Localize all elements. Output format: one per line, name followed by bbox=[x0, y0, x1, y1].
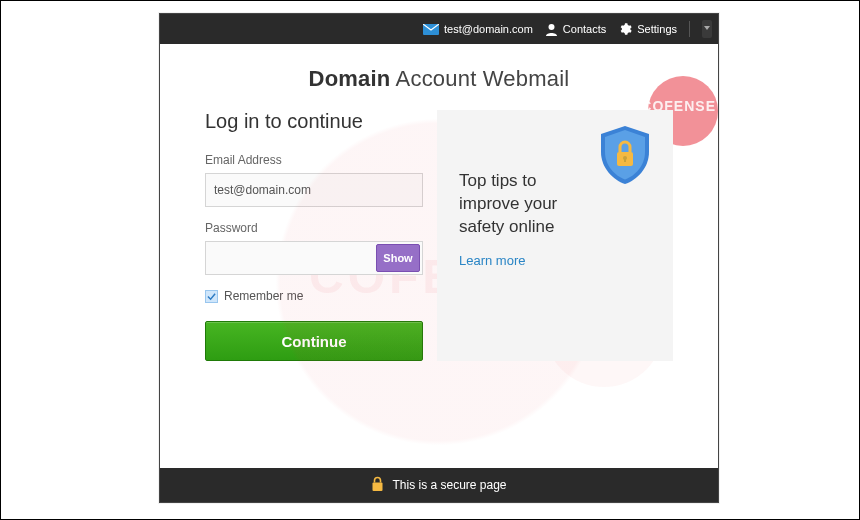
page-frame: COFENSE test@domain.com Contacts Setting… bbox=[0, 0, 860, 520]
contacts-icon bbox=[545, 23, 558, 36]
login-heading: Log in to continue bbox=[205, 110, 423, 133]
topbar: test@domain.com Contacts Settings bbox=[160, 14, 718, 44]
topbar-contacts-text: Contacts bbox=[563, 23, 606, 35]
learn-more-link[interactable]: Learn more bbox=[459, 253, 525, 268]
topbar-settings[interactable]: Settings bbox=[618, 22, 677, 36]
topbar-separator bbox=[689, 21, 690, 37]
gear-icon bbox=[618, 22, 632, 36]
remember-me[interactable]: Remember me bbox=[205, 289, 423, 303]
app-window: COFENSE test@domain.com Contacts Setting… bbox=[159, 13, 719, 503]
page-title: Domain Account Webmail bbox=[160, 66, 718, 92]
shield-icon bbox=[597, 124, 653, 190]
topbar-email[interactable]: test@domain.com bbox=[423, 23, 533, 35]
svg-rect-4 bbox=[624, 158, 626, 162]
lock-icon bbox=[371, 476, 384, 495]
tips-panel: Top tips to improve your safety online L… bbox=[437, 110, 673, 361]
page-title-rest: Account Webmail bbox=[396, 66, 570, 91]
login-panel: Log in to continue Email Address Passwor… bbox=[205, 110, 423, 361]
topbar-email-text: test@domain.com bbox=[444, 23, 533, 35]
svg-point-1 bbox=[548, 24, 554, 30]
remember-me-label: Remember me bbox=[224, 289, 303, 303]
footer: This is a secure page bbox=[160, 468, 718, 502]
show-password-button[interactable]: Show bbox=[376, 244, 420, 272]
password-label: Password bbox=[205, 221, 423, 235]
email-group: Email Address bbox=[205, 153, 423, 207]
email-label: Email Address bbox=[205, 153, 423, 167]
page-title-bold: Domain bbox=[309, 66, 391, 91]
footer-text: This is a secure page bbox=[392, 478, 506, 492]
tips-title: Top tips to improve your safety online bbox=[459, 170, 599, 239]
page-header: Domain Account Webmail COFENSE bbox=[160, 44, 718, 110]
topbar-expand[interactable] bbox=[702, 20, 712, 38]
mail-icon bbox=[423, 24, 439, 35]
svg-rect-5 bbox=[373, 482, 383, 491]
topbar-settings-text: Settings bbox=[637, 23, 677, 35]
checkbox-icon bbox=[205, 290, 218, 303]
topbar-contacts[interactable]: Contacts bbox=[545, 23, 606, 36]
password-group: Password Show bbox=[205, 221, 423, 275]
main: Log in to continue Email Address Passwor… bbox=[160, 110, 718, 381]
email-field[interactable] bbox=[205, 173, 423, 207]
continue-button[interactable]: Continue bbox=[205, 321, 423, 361]
